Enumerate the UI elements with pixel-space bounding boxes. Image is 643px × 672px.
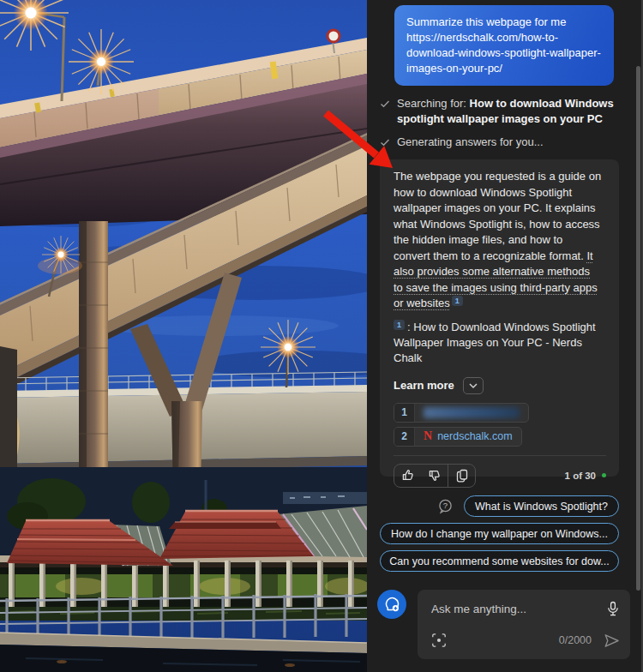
searching-prefix: Searching for: <box>397 97 470 110</box>
new-topic-icon <box>384 597 400 613</box>
citation-number-badge[interactable]: 1 <box>394 320 405 330</box>
suggestion-pill-2[interactable]: How do I change my wallpaper on Windows.… <box>380 523 619 544</box>
svg-text:?: ? <box>443 501 448 510</box>
source-body: N nerdschalk.com <box>415 430 521 442</box>
thumbs-down-button[interactable] <box>421 465 448 487</box>
source-link-2[interactable]: 2 N nerdschalk.com <box>394 427 522 447</box>
copilot-chat-panel: Summarize this webpage for me https://ne… <box>367 0 643 672</box>
microphone-icon[interactable] <box>606 601 620 617</box>
learn-more-expand-button[interactable] <box>463 377 484 394</box>
user-message-bubble: Summarize this webpage for me https://ne… <box>394 5 614 86</box>
chevron-down-icon <box>469 382 478 389</box>
chat-input-box[interactable]: 0/2000 <box>418 590 630 659</box>
citation-text: : How to Download Windows Spotlight Wall… <box>394 321 596 364</box>
citation-line: 1: How to Download Windows Spotlight Wal… <box>394 320 606 366</box>
copy-button[interactable] <box>448 465 475 487</box>
blurred-source-url <box>424 407 520 418</box>
answer-footer: 1 of 30 <box>394 455 606 488</box>
answer-text: The webpage you requested is a guide on … <box>394 169 602 312</box>
char-counter: 0/2000 <box>559 634 592 646</box>
source-index: 1 <box>394 404 415 422</box>
inline-citation-badge[interactable]: 1 <box>452 296 463 306</box>
screenshot-capture-icon[interactable] <box>431 633 447 648</box>
status-block: Searching for: How to download Windows s… <box>380 96 622 158</box>
answer-card: The webpage you requested is a guide on … <box>380 159 619 477</box>
question-bubble-icon: ? <box>437 498 454 514</box>
learn-more-row: Learn more <box>394 377 606 394</box>
check-icon <box>380 137 390 150</box>
source-index: 2 <box>394 428 415 446</box>
source-body <box>415 407 528 418</box>
panel-scrollbar[interactable] <box>636 66 640 591</box>
status-generating: Generating answers for you... <box>380 135 622 150</box>
response-pager: 1 of 30 <box>565 471 606 481</box>
status-green-dot <box>602 473 606 477</box>
source-link-1[interactable]: 1 <box>394 403 529 423</box>
answer-plain-text: The webpage you requested is a guide on … <box>394 170 601 262</box>
source-domain: nerdschalk.com <box>437 430 513 442</box>
suggestion-area: ? What is Windows Spotlight? How do I ch… <box>380 495 619 572</box>
suggestion-pill-3[interactable]: Can you recommend some websites for dow.… <box>380 550 619 572</box>
status-searching: Searching for: How to download Windows s… <box>380 96 622 127</box>
learn-more-label: Learn more <box>394 379 454 392</box>
suggestion-pill-1[interactable]: What is Windows Spotlight? <box>464 495 619 517</box>
send-icon[interactable] <box>604 633 620 648</box>
thumbs-up-button[interactable] <box>394 465 421 487</box>
screen: Summarize this webpage for me https://ne… <box>0 0 643 672</box>
wallpaper-photo <box>0 0 367 672</box>
feedback-group <box>394 464 476 488</box>
chat-text-input[interactable] <box>431 603 606 615</box>
pager-label: 1 of 30 <box>565 471 596 481</box>
composer-right-tools: 0/2000 <box>559 633 620 648</box>
nerdschalk-favicon: N <box>424 430 432 442</box>
source-list: 1 2 N nerdschalk.com <box>394 403 606 447</box>
input-row <box>431 597 620 621</box>
input-toolbar: 0/2000 <box>431 633 620 648</box>
status-searching-text: Searching for: How to download Windows s… <box>397 96 622 127</box>
bridge-photo-illustration <box>0 0 367 672</box>
status-generating-text: Generating answers for you... <box>397 135 544 150</box>
check-icon <box>380 99 390 127</box>
user-message-text: Summarize this webpage for me https://ne… <box>406 15 601 75</box>
new-topic-button[interactable] <box>377 590 406 619</box>
suggestion-row-1: ? What is Windows Spotlight? <box>437 495 619 517</box>
